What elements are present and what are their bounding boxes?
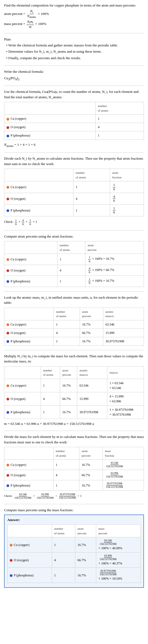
count-header: Use the chemical formula, Cu₃(PO₄)₂, to … — [4, 89, 144, 100]
cu-dot — [7, 464, 9, 466]
molecular-mass-header: Multiply N_i by m_i to compute the mass … — [4, 353, 144, 364]
p-dot — [7, 280, 9, 283]
p-dot — [10, 574, 12, 577]
mm-col-mass: mass/u — [107, 366, 144, 379]
frac-cu-atoms: 1 — [73, 181, 110, 193]
table-row: Cu (copper) 1 16 — [4, 181, 144, 193]
table-row: O (oxygen) 4 46 × 100% = 66.7% — [4, 265, 144, 276]
frac-o-val: 46 — [110, 193, 144, 205]
divider-7 — [4, 350, 144, 350]
table-row: P (phosphorus) 1 — [4, 131, 144, 140]
chemical-formula: Cu3(PO4)2 — [4, 75, 144, 81]
element-cu: Cu (copper) — [4, 115, 96, 123]
ap-col-element — [4, 241, 57, 254]
fraction-section: Divide each N_i by N_atoms to calculate … — [4, 156, 144, 226]
o-dot — [7, 126, 9, 129]
mf-col-fraction: massfraction — [103, 447, 144, 460]
formula-section: Write the chemical formula: Cu3(PO4)2 — [4, 69, 144, 81]
mm-col-atomic-mass: atomicmass/u — [77, 366, 107, 379]
mp-p-val: 30.973761998158.515761998 × 100% = 19.54… — [96, 568, 141, 583]
am-col-atoms: numberof atoms — [54, 308, 80, 320]
frac-p: P (phosphorus) — [4, 204, 73, 216]
o-atoms: 4 — [96, 123, 144, 131]
mm-o-percent: 66.7% — [60, 392, 77, 405]
mf-cu-val: 63.546158.515761998 — [103, 460, 144, 470]
p-dot — [7, 135, 9, 137]
am-p-percent: 16.7% — [80, 337, 103, 345]
mass-fraction-table: numberof atoms atompercent massfraction … — [4, 447, 144, 491]
table-row: Cu (copper) 1 16.7% 63.546158.515761998 … — [8, 537, 141, 553]
mm-cu-atoms: 1 — [41, 379, 60, 392]
am-o-percent: 66.7% — [80, 329, 103, 337]
mp-col-element — [8, 525, 52, 537]
mass-fraction-check: Check: 63.546158.515761998 + 63.996158.5… — [4, 493, 144, 500]
table-row: O (oxygen) 4 66.7% 15.999 — [4, 329, 144, 337]
divider-6 — [4, 291, 144, 292]
o-dot — [7, 332, 9, 334]
plan-list: Write the chemical formula and gather at… — [6, 42, 144, 61]
mf-cu: Cu (copper) — [4, 460, 54, 470]
table-row: P (phosphorus) 1 16.7% 30.973761998 1 × … — [4, 405, 144, 419]
cu-dot — [7, 384, 9, 387]
atom-percent-section: Compute atom percents using the atom fra… — [4, 234, 144, 287]
frac-p-atoms: 1 — [73, 204, 110, 216]
am-o: O (oxygen) — [4, 329, 54, 337]
table-row: O (oxygen) 4 46 — [4, 193, 144, 205]
am-col-element — [4, 308, 54, 320]
frac-o-atoms: 4 — [73, 193, 110, 205]
divider-5 — [4, 230, 144, 231]
mass-percent-formula: mass percent = Nimi m × 100% — [4, 20, 144, 29]
natoms-line: Natoms = 1 + 4 + 1 = 6 — [4, 142, 144, 148]
intro-section: Find the elemental composition for coppe… — [4, 3, 144, 29]
am-cu-percent: 16.7% — [80, 320, 103, 329]
ap-cu-atoms: 1 — [57, 254, 85, 265]
atomic-mass-section: Look up the atomic mass, m_i, in unified… — [4, 295, 144, 346]
ap-o-val: 46 × 100% = 66.7% — [85, 265, 144, 276]
am-col-mass: atomicmass/u — [103, 308, 144, 320]
mp-cu: Cu (copper) — [8, 537, 52, 553]
frac-col-fraction: atomfraction — [110, 169, 144, 181]
mp-cu-atoms: 1 — [52, 537, 75, 553]
mm-p-atomic: 30.973761998 — [77, 405, 107, 419]
ap-cu: Cu (copper) — [4, 254, 57, 265]
frac-p-val: 16 — [110, 204, 144, 216]
o-dot — [7, 474, 9, 477]
mm-o-atoms: 4 — [41, 392, 60, 405]
mf-p-percent: 16.7% — [79, 480, 103, 491]
mass-fraction-header: Divide the mass for each element by m to… — [4, 434, 144, 445]
mol-mass-result: m = 63.546 u + 63.996 u + 30.973761998 u… — [4, 421, 144, 427]
mf-col-element — [4, 447, 54, 460]
mm-o: O (oxygen) — [4, 392, 41, 405]
divider-8 — [4, 431, 144, 431]
table-row: Cu (copper) 1 16.7% 63.546 — [4, 320, 144, 329]
table-row: P (phosphorus) 1 16.7% 30.973761998158.5… — [4, 480, 144, 491]
atomic-mass-header: Look up the atomic mass, m_i, in unified… — [4, 295, 144, 305]
mf-p-val: 30.973761998158.515761998 — [103, 480, 144, 491]
mm-p-atoms: 1 — [41, 405, 60, 419]
mf-p: P (phosphorus) — [4, 480, 54, 491]
table-row: Cu (copper) 1 — [4, 115, 144, 123]
formula-header: Write the chemical formula: — [4, 69, 144, 74]
table-row: Cu (copper) 1 16.7% 63.546 1 × 63.546= 6… — [4, 379, 144, 392]
mm-o-mass: 4 × 15.999= 63.996 — [107, 392, 144, 405]
count-section: Use the chemical formula, Cu₃(PO₄)₂, to … — [4, 89, 144, 148]
mass-percent-table: numberof atoms atompercent masspercent C… — [7, 525, 141, 583]
table-row: O (oxygen) 4 66.7% 63.996158.515761998 ×… — [8, 553, 141, 568]
cu-dot — [10, 544, 12, 547]
am-p-atoms: 1 — [54, 337, 80, 345]
table-row: O (oxygen) 4 66.7% 63.996158.515761998 — [4, 470, 144, 480]
plan-step-1: Write the chemical formula and gather at… — [6, 42, 144, 49]
am-cu-mass: 63.546 — [103, 320, 144, 329]
mm-p: P (phosphorus) — [4, 405, 41, 419]
o-dot — [7, 198, 9, 200]
divider-4 — [4, 152, 144, 153]
mm-cu-mass: 1 × 63.546= 63.546 — [107, 379, 144, 392]
frac-cu: Cu (copper) — [4, 181, 73, 193]
mp-col-mass-percent: masspercent — [96, 525, 141, 537]
mp-cu-val: 63.546158.515761998 × 100% = 40.09% — [96, 537, 141, 553]
mass-percent-section: Compute mass percents using the mass fra… — [4, 507, 144, 588]
mf-cu-atoms: 1 — [53, 460, 79, 470]
molecular-mass-table: numberof atoms atompercent atomicmass/u … — [4, 366, 144, 419]
mm-o-atomic: 15.999 — [77, 392, 107, 405]
o-dot — [10, 559, 12, 562]
